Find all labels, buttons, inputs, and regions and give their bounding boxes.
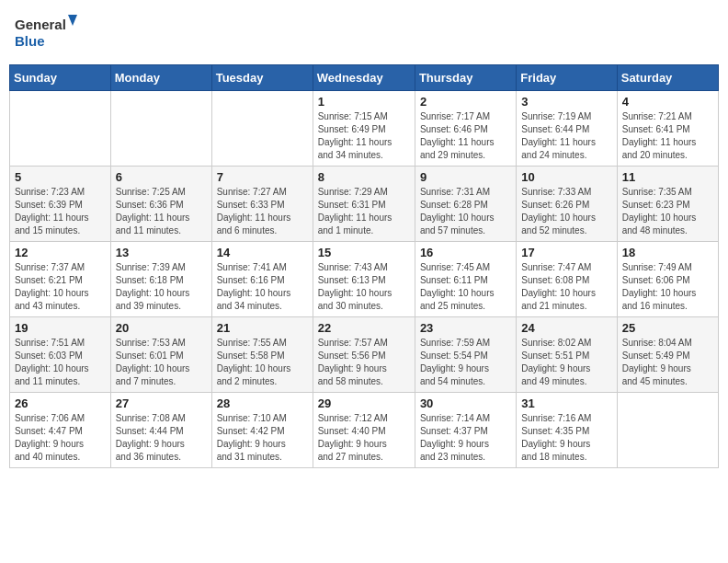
day-number: 22 <box>318 321 410 335</box>
day-info: Sunrise: 7:12 AM Sunset: 4:40 PM Dayligh… <box>318 412 410 464</box>
day-info: Sunrise: 7:47 AM Sunset: 6:08 PM Dayligh… <box>521 261 611 313</box>
day-number: 7 <box>217 170 308 184</box>
day-number: 21 <box>217 321 308 335</box>
day-info: Sunrise: 7:41 AM Sunset: 6:16 PM Dayligh… <box>217 261 308 313</box>
day-info: Sunrise: 7:45 AM Sunset: 6:11 PM Dayligh… <box>420 261 511 313</box>
day-info: Sunrise: 7:59 AM Sunset: 5:54 PM Dayligh… <box>420 337 511 388</box>
day-number: 24 <box>521 321 611 335</box>
calendar-cell: 28Sunrise: 7:10 AM Sunset: 4:42 PM Dayli… <box>211 393 313 468</box>
calendar-cell: 30Sunrise: 7:14 AM Sunset: 4:37 PM Dayli… <box>415 393 516 468</box>
day-number: 6 <box>116 170 207 184</box>
calendar-cell: 11Sunrise: 7:35 AM Sunset: 6:23 PM Dayli… <box>617 167 718 242</box>
calendar-cell: 26Sunrise: 7:06 AM Sunset: 4:47 PM Dayli… <box>10 393 111 468</box>
day-info: Sunrise: 7:31 AM Sunset: 6:28 PM Dayligh… <box>420 186 511 237</box>
day-number: 4 <box>622 95 713 109</box>
weekday-header-cell: Friday <box>517 65 617 91</box>
day-number: 17 <box>521 246 611 259</box>
calendar-cell: 27Sunrise: 7:08 AM Sunset: 4:44 PM Dayli… <box>110 393 211 468</box>
day-number: 23 <box>420 321 511 335</box>
day-number: 10 <box>521 170 611 184</box>
weekday-header-row: SundayMondayTuesdayWednesdayThursdayFrid… <box>10 65 719 91</box>
day-info: Sunrise: 7:33 AM Sunset: 6:26 PM Dayligh… <box>521 186 611 237</box>
weekday-header-cell: Thursday <box>415 65 516 91</box>
day-number: 26 <box>15 396 106 410</box>
calendar-cell <box>10 91 111 167</box>
day-number: 25 <box>622 321 713 335</box>
calendar-cell: 12Sunrise: 7:37 AM Sunset: 6:21 PM Dayli… <box>10 242 111 317</box>
day-info: Sunrise: 7:17 AM Sunset: 6:46 PM Dayligh… <box>420 110 511 162</box>
day-number: 2 <box>420 95 511 109</box>
calendar-cell: 18Sunrise: 7:49 AM Sunset: 6:06 PM Dayli… <box>617 242 718 317</box>
calendar-cell: 15Sunrise: 7:43 AM Sunset: 6:13 PM Dayli… <box>313 242 415 317</box>
weekday-header-cell: Monday <box>110 65 211 91</box>
day-number: 16 <box>420 246 511 259</box>
day-number: 9 <box>420 170 511 184</box>
calendar-cell: 14Sunrise: 7:41 AM Sunset: 6:16 PM Dayli… <box>211 242 313 317</box>
day-info: Sunrise: 8:02 AM Sunset: 5:51 PM Dayligh… <box>521 337 611 388</box>
day-number: 15 <box>318 246 410 259</box>
logo: General Blue <box>15 13 79 53</box>
day-number: 5 <box>15 170 106 184</box>
calendar-cell: 1Sunrise: 7:15 AM Sunset: 6:49 PM Daylig… <box>313 91 415 167</box>
day-info: Sunrise: 7:49 AM Sunset: 6:06 PM Dayligh… <box>622 261 713 313</box>
day-info: Sunrise: 7:16 AM Sunset: 4:35 PM Dayligh… <box>521 412 611 464</box>
calendar-cell: 2Sunrise: 7:17 AM Sunset: 6:46 PM Daylig… <box>415 91 516 167</box>
day-info: Sunrise: 7:21 AM Sunset: 6:41 PM Dayligh… <box>622 110 713 162</box>
calendar-cell: 13Sunrise: 7:39 AM Sunset: 6:18 PM Dayli… <box>110 242 211 317</box>
day-info: Sunrise: 7:08 AM Sunset: 4:44 PM Dayligh… <box>116 412 207 464</box>
day-info: Sunrise: 7:29 AM Sunset: 6:31 PM Dayligh… <box>318 186 410 237</box>
calendar-cell: 10Sunrise: 7:33 AM Sunset: 6:26 PM Dayli… <box>517 167 617 242</box>
weekday-header-cell: Tuesday <box>211 65 313 91</box>
calendar-cell: 4Sunrise: 7:21 AM Sunset: 6:41 PM Daylig… <box>617 91 718 167</box>
day-info: Sunrise: 7:51 AM Sunset: 6:03 PM Dayligh… <box>15 337 106 388</box>
calendar-cell: 17Sunrise: 7:47 AM Sunset: 6:08 PM Dayli… <box>517 242 617 317</box>
day-info: Sunrise: 7:53 AM Sunset: 6:01 PM Dayligh… <box>116 337 207 388</box>
calendar-cell: 6Sunrise: 7:25 AM Sunset: 6:36 PM Daylig… <box>110 167 211 242</box>
calendar-cell: 29Sunrise: 7:12 AM Sunset: 4:40 PM Dayli… <box>313 393 415 468</box>
day-info: Sunrise: 7:15 AM Sunset: 6:49 PM Dayligh… <box>318 110 410 162</box>
weekday-header-cell: Saturday <box>617 65 718 91</box>
day-number: 20 <box>116 321 207 335</box>
svg-text:Blue: Blue <box>15 33 45 49</box>
day-number: 19 <box>15 321 106 335</box>
calendar-cell: 25Sunrise: 8:04 AM Sunset: 5:49 PM Dayli… <box>617 317 718 393</box>
day-info: Sunrise: 7:10 AM Sunset: 4:42 PM Dayligh… <box>217 412 308 464</box>
calendar-cell: 3Sunrise: 7:19 AM Sunset: 6:44 PM Daylig… <box>517 91 617 167</box>
calendar-week-row: 26Sunrise: 7:06 AM Sunset: 4:47 PM Dayli… <box>10 393 719 468</box>
weekday-header-cell: Wednesday <box>313 65 415 91</box>
day-number: 11 <box>622 170 713 184</box>
calendar-cell: 9Sunrise: 7:31 AM Sunset: 6:28 PM Daylig… <box>415 167 516 242</box>
calendar-cell <box>110 91 211 167</box>
day-info: Sunrise: 7:57 AM Sunset: 5:56 PM Dayligh… <box>318 337 410 388</box>
calendar-week-row: 1Sunrise: 7:15 AM Sunset: 6:49 PM Daylig… <box>10 91 719 167</box>
day-number: 18 <box>622 246 713 259</box>
calendar-cell: 5Sunrise: 7:23 AM Sunset: 6:39 PM Daylig… <box>10 167 111 242</box>
calendar-week-row: 5Sunrise: 7:23 AM Sunset: 6:39 PM Daylig… <box>10 167 719 242</box>
calendar-body: 1Sunrise: 7:15 AM Sunset: 6:49 PM Daylig… <box>10 91 719 468</box>
day-info: Sunrise: 7:55 AM Sunset: 5:58 PM Dayligh… <box>217 337 308 388</box>
calendar-cell: 24Sunrise: 8:02 AM Sunset: 5:51 PM Dayli… <box>517 317 617 393</box>
calendar-cell: 22Sunrise: 7:57 AM Sunset: 5:56 PM Dayli… <box>313 317 415 393</box>
day-info: Sunrise: 7:19 AM Sunset: 6:44 PM Dayligh… <box>521 110 611 162</box>
day-number: 31 <box>521 396 611 410</box>
calendar-cell <box>617 393 718 468</box>
weekday-header-cell: Sunday <box>10 65 111 91</box>
day-info: Sunrise: 7:23 AM Sunset: 6:39 PM Dayligh… <box>15 186 106 237</box>
day-number: 8 <box>318 170 410 184</box>
calendar-cell: 7Sunrise: 7:27 AM Sunset: 6:33 PM Daylig… <box>211 167 313 242</box>
day-info: Sunrise: 7:39 AM Sunset: 6:18 PM Dayligh… <box>116 261 207 313</box>
day-info: Sunrise: 7:14 AM Sunset: 4:37 PM Dayligh… <box>420 412 511 464</box>
calendar-cell: 23Sunrise: 7:59 AM Sunset: 5:54 PM Dayli… <box>415 317 516 393</box>
day-number: 30 <box>420 396 511 410</box>
svg-marker-2 <box>68 15 77 26</box>
day-info: Sunrise: 7:37 AM Sunset: 6:21 PM Dayligh… <box>15 261 106 313</box>
day-info: Sunrise: 7:06 AM Sunset: 4:47 PM Dayligh… <box>15 412 106 464</box>
day-number: 14 <box>217 246 308 259</box>
calendar-cell: 8Sunrise: 7:29 AM Sunset: 6:31 PM Daylig… <box>313 167 415 242</box>
day-info: Sunrise: 7:35 AM Sunset: 6:23 PM Dayligh… <box>622 186 713 237</box>
day-info: Sunrise: 7:27 AM Sunset: 6:33 PM Dayligh… <box>217 186 308 237</box>
calendar-cell: 16Sunrise: 7:45 AM Sunset: 6:11 PM Dayli… <box>415 242 516 317</box>
svg-text:General: General <box>15 17 66 32</box>
calendar-week-row: 19Sunrise: 7:51 AM Sunset: 6:03 PM Dayli… <box>10 317 719 393</box>
logo-svg: General Blue <box>15 13 79 53</box>
